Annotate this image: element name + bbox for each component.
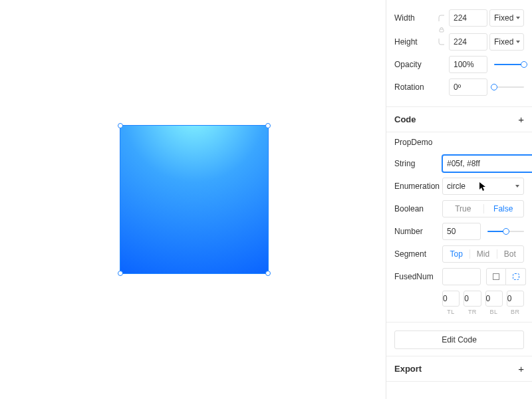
rotation-input[interactable] xyxy=(449,78,487,96)
opacity-label: Opacity xyxy=(394,60,449,69)
canvas[interactable] xyxy=(0,0,386,399)
bool-prop-label: Boolean xyxy=(394,204,442,213)
dimension-bracket-bottom-icon xyxy=(438,39,445,45)
rotation-slider[interactable] xyxy=(494,86,524,88)
code-section-header: Code + xyxy=(386,107,532,132)
corner-br-label: BR xyxy=(507,309,524,315)
number-prop-slider[interactable] xyxy=(487,231,524,232)
chevron-down-icon xyxy=(516,17,520,19)
fused-prop-input[interactable] xyxy=(442,268,481,285)
width-constraint-select[interactable]: Fixed xyxy=(489,9,524,27)
corner-tl-input[interactable] xyxy=(442,291,460,307)
export-section-header: Export + xyxy=(386,356,532,382)
segment-option-mid[interactable]: Mid xyxy=(469,246,496,262)
fused-mode-per-corner[interactable] xyxy=(506,268,526,285)
fused-mode-uniform[interactable] xyxy=(486,268,506,285)
chevron-down-icon xyxy=(515,185,519,188)
height-label: Height xyxy=(394,37,434,47)
string-prop-label: String xyxy=(394,159,442,168)
bool-false-option[interactable]: False xyxy=(483,201,524,217)
lock-icon xyxy=(439,27,444,33)
corner-bl-input[interactable] xyxy=(485,291,503,307)
rotation-label: Rotation xyxy=(394,82,449,92)
width-constraint-value: Fixed xyxy=(494,13,513,23)
string-prop-input[interactable] xyxy=(442,155,532,172)
bool-prop-toggle[interactable]: True False xyxy=(442,200,524,217)
svg-rect-0 xyxy=(440,29,444,32)
segment-option-bot[interactable]: Bot xyxy=(497,246,523,262)
resize-handle-tl[interactable] xyxy=(118,123,123,128)
add-code-button[interactable]: + xyxy=(518,114,524,125)
height-input[interactable] xyxy=(449,33,487,51)
segment-prop-control[interactable]: Top Mid Bot xyxy=(442,245,524,263)
corners-icon xyxy=(513,273,519,280)
number-prop-label: Number xyxy=(394,227,442,236)
resize-handle-tr[interactable] xyxy=(265,123,271,128)
shape-fill xyxy=(120,126,268,273)
square-icon xyxy=(493,273,499,280)
corner-tr-label: TR xyxy=(464,309,481,315)
corner-tl-label: TL xyxy=(442,309,460,315)
enum-prop-value: circle xyxy=(447,182,466,191)
resize-handle-bl[interactable] xyxy=(118,271,123,276)
corner-inputs: TL TR BL BR xyxy=(442,291,524,315)
width-input[interactable] xyxy=(449,9,487,27)
corner-tr-input[interactable] xyxy=(464,291,481,307)
chevron-down-icon xyxy=(516,41,520,43)
inspector-panel: Width Fixed Height Fixed xyxy=(386,0,532,399)
segment-prop-label: Segment xyxy=(394,249,442,259)
segment-option-top[interactable]: Top xyxy=(443,246,469,262)
dimension-bracket-top-icon xyxy=(438,15,445,21)
corner-bl-label: BL xyxy=(485,309,503,315)
resize-handle-br[interactable] xyxy=(265,271,271,276)
fused-prop-label: FusedNum xyxy=(394,272,442,281)
component-name: PropDemo xyxy=(386,132,532,150)
height-constraint-select[interactable]: Fixed xyxy=(489,33,524,51)
selected-shape[interactable] xyxy=(120,125,269,274)
corner-br-input[interactable] xyxy=(507,291,524,307)
opacity-slider[interactable] xyxy=(494,64,524,65)
add-export-button[interactable]: + xyxy=(518,363,524,374)
bool-true-option[interactable]: True xyxy=(443,201,483,217)
edit-code-button[interactable]: Edit Code xyxy=(394,331,524,349)
code-header-label: Code xyxy=(394,114,416,124)
opacity-input[interactable] xyxy=(449,56,487,73)
export-header-label: Export xyxy=(394,364,422,374)
enum-prop-label: Enumeration xyxy=(394,182,442,191)
height-constraint-value: Fixed xyxy=(494,37,513,47)
width-label: Width xyxy=(394,13,434,23)
number-prop-input[interactable] xyxy=(442,223,481,240)
enum-prop-select[interactable]: circle xyxy=(442,178,524,195)
